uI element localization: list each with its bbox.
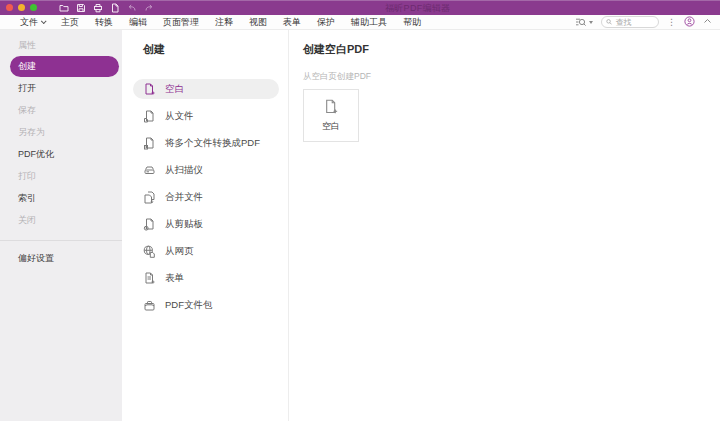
create-content-panel: 创建空白PDF 从空白页创建PDF 空白: [289, 30, 720, 421]
window-title: 福昕PDF编辑器: [385, 1, 450, 14]
webpage-icon: [143, 245, 156, 258]
menu-accessibility[interactable]: 辅助工具: [351, 16, 387, 29]
collapse-toolbar-icon[interactable]: [703, 17, 712, 27]
content-subtitle: 从空白页创建PDF: [303, 71, 720, 83]
chevron-down-icon: [589, 21, 593, 24]
chevron-down-icon: [41, 18, 47, 24]
menu-page-management[interactable]: 页面管理: [163, 16, 199, 29]
zoom-window-button[interactable]: [30, 4, 37, 11]
sidebar-item-index[interactable]: 索引: [0, 187, 122, 209]
menu-home[interactable]: 主页: [61, 16, 79, 29]
scanner-icon: [143, 164, 156, 177]
sidebar-item-create[interactable]: 创建: [10, 56, 119, 77]
sidebar-item-properties[interactable]: 属性: [0, 34, 122, 56]
print-icon[interactable]: [93, 3, 103, 13]
create-option-pdf-portfolio[interactable]: PDF文件包: [133, 292, 279, 319]
create-option-from-clipboard[interactable]: 从剪贴板: [133, 211, 279, 238]
blank-page-icon: [143, 83, 156, 96]
from-file-icon: [143, 110, 156, 123]
save-icon[interactable]: [76, 3, 86, 13]
form-icon: [143, 272, 156, 285]
sidebar-item-save-as[interactable]: 另存为: [0, 121, 122, 143]
pdf-portfolio-icon: [143, 299, 156, 312]
new-document-icon[interactable]: [110, 3, 120, 13]
find-replace-button[interactable]: [575, 17, 593, 28]
menu-protect[interactable]: 保护: [317, 16, 335, 29]
create-panel: 创建 空白 从文件 将多个: [122, 30, 289, 421]
sidebar-item-pdf-optimize[interactable]: PDF优化: [0, 143, 122, 165]
create-options-list: 空白 从文件 将多个文件转换成PDF: [133, 79, 288, 319]
open-folder-icon[interactable]: [59, 3, 69, 13]
menu-convert[interactable]: 转换: [95, 16, 113, 29]
combine-files-icon: [143, 191, 156, 204]
menu-bar: 文件 主页 转换 编辑 页面管理 注释 视图 表单 保护 辅助工具 帮助 ⋮: [0, 15, 720, 30]
backstage-sidebar: 属性 创建 打开 保存 另存为 PDF优化 打印 索引 关闭 偏好设置: [0, 30, 122, 421]
close-window-button[interactable]: [6, 4, 13, 11]
create-panel-title: 创建: [143, 42, 288, 57]
menu-view[interactable]: 视图: [249, 16, 267, 29]
clipboard-icon: [143, 218, 156, 231]
create-option-form[interactable]: 表单: [133, 265, 279, 292]
window-titlebar: 福昕PDF编辑器: [0, 0, 720, 15]
create-option-blank[interactable]: 空白: [133, 79, 279, 99]
create-option-from-scanner[interactable]: 从扫描仪: [133, 157, 279, 184]
traffic-lights: [6, 4, 37, 11]
menu-edit[interactable]: 编辑: [129, 16, 147, 29]
sidebar-item-preferences[interactable]: 偏好设置: [0, 247, 122, 269]
content-title: 创建空白PDF: [303, 42, 720, 57]
create-option-combine-files[interactable]: 合并文件: [133, 184, 279, 211]
sidebar-item-open[interactable]: 打开: [0, 77, 122, 99]
redo-icon[interactable]: [144, 3, 154, 13]
minimize-window-button[interactable]: [18, 4, 25, 11]
menu-comment[interactable]: 注释: [215, 16, 233, 29]
more-options-icon[interactable]: ⋮: [667, 18, 676, 27]
menu-help[interactable]: 帮助: [403, 16, 421, 29]
sidebar-item-print[interactable]: 打印: [0, 165, 122, 187]
create-option-from-file[interactable]: 从文件: [133, 103, 279, 130]
blank-card-label: 空白: [322, 120, 340, 133]
file-backstage: 属性 创建 打开 保存 另存为 PDF优化 打印 索引 关闭 偏好设置 创建 空…: [0, 30, 720, 421]
sidebar-item-close[interactable]: 关闭: [0, 209, 122, 231]
search-field[interactable]: [601, 16, 659, 28]
menu-form[interactable]: 表单: [283, 16, 301, 29]
sidebar-item-save[interactable]: 保存: [0, 99, 122, 121]
sidebar-divider: [0, 240, 122, 241]
blank-page-icon: [323, 99, 339, 115]
search-icon: [606, 18, 612, 26]
blank-pdf-card[interactable]: 空白: [303, 89, 359, 142]
create-option-multiple-files[interactable]: 将多个文件转换成PDF: [133, 130, 279, 157]
undo-icon[interactable]: [127, 3, 137, 13]
account-avatar-icon[interactable]: [684, 16, 695, 29]
menu-file[interactable]: 文件: [20, 16, 45, 29]
search-input[interactable]: [615, 18, 654, 27]
create-option-from-webpage[interactable]: 从网页: [133, 238, 279, 265]
multiple-files-icon: [143, 137, 156, 150]
